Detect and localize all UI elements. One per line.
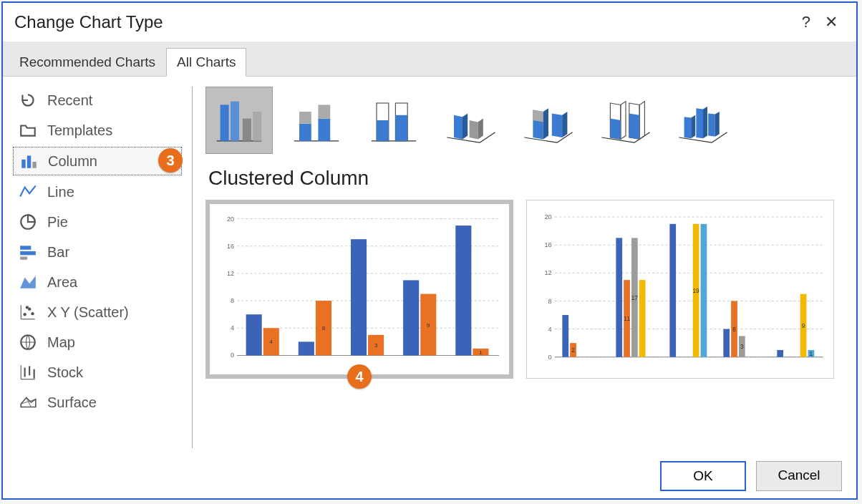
stock-icon: [19, 363, 37, 382]
svg-rect-6: [20, 257, 27, 260]
svg-text:16: 16: [227, 243, 234, 250]
callout-badge: 4: [347, 364, 372, 389]
map-icon: [19, 333, 37, 352]
sidebar-item-label: Area: [47, 274, 77, 291]
area-icon: [19, 273, 37, 291]
svg-text:11: 11: [624, 316, 631, 322]
svg-rect-2: [32, 162, 36, 168]
svg-text:12: 12: [544, 269, 551, 276]
help-button[interactable]: ?: [795, 10, 818, 34]
svg-rect-67: [455, 226, 471, 355]
svg-text:20: 20: [544, 213, 551, 220]
svg-text:8: 8: [548, 298, 552, 305]
subtype-100-stacked-column[interactable]: [360, 87, 427, 154]
tabbar: Recommended Charts All Charts: [3, 42, 856, 77]
sidebar-item-label: Surface: [47, 394, 97, 411]
cancel-button[interactable]: Cancel: [756, 461, 842, 491]
svg-rect-91: [639, 280, 646, 357]
sidebar-item-bar[interactable]: Bar: [13, 238, 182, 266]
svg-rect-25: [299, 124, 311, 141]
svg-text:4: 4: [270, 339, 273, 345]
svg-point-9: [24, 313, 26, 316]
svg-rect-58: [299, 341, 314, 355]
chart-preview-1[interactable]: 04812162048391 4: [205, 200, 513, 379]
svg-rect-83: [562, 315, 568, 357]
svg-rect-4: [20, 246, 31, 249]
svg-rect-64: [403, 280, 419, 355]
svg-rect-28: [318, 105, 330, 118]
svg-text:8: 8: [322, 325, 326, 331]
sidebar-item-recent[interactable]: Recent: [13, 87, 182, 114]
svg-text:4: 4: [548, 326, 552, 333]
svg-line-40: [679, 137, 712, 142]
callout-badge: 3: [158, 148, 183, 173]
svg-text:0: 0: [548, 354, 552, 361]
svg-rect-0: [21, 160, 25, 168]
svg-text:8: 8: [231, 297, 234, 304]
chart-preview-2[interactable]: 04812162021117198391: [526, 200, 834, 379]
sidebar-item-label: Templates: [47, 122, 112, 139]
subtype-stacked-column[interactable]: [283, 87, 350, 154]
sidebar-item-label: Map: [47, 334, 75, 351]
folder-icon: [19, 121, 37, 140]
sidebar-item-surface[interactable]: Surface: [13, 389, 182, 416]
subtype-3d-stacked-column[interactable]: [515, 87, 582, 154]
sidebar-item-label: Line: [47, 184, 74, 200]
svg-rect-33: [395, 115, 407, 141]
sidebar-item-line[interactable]: Line: [13, 178, 182, 205]
svg-text:9: 9: [802, 323, 805, 329]
svg-rect-101: [777, 350, 783, 357]
svg-rect-21: [231, 102, 239, 141]
svg-rect-86: [616, 238, 622, 357]
svg-text:3: 3: [374, 342, 378, 349]
sidebar-item-stock[interactable]: Stock: [13, 359, 182, 386]
svg-rect-22: [243, 119, 251, 141]
sidebar-item-pie[interactable]: Pie: [13, 208, 182, 236]
svg-rect-31: [377, 120, 389, 141]
titlebar: Change Chart Type ? ✕: [3, 3, 856, 42]
column-icon: [19, 152, 38, 170]
sidebar-item-map[interactable]: Map: [13, 329, 182, 356]
svg-rect-61: [351, 239, 367, 355]
svg-text:2: 2: [571, 347, 575, 354]
svg-rect-20: [221, 105, 229, 140]
subtype-3d-clustered-column[interactable]: [437, 87, 505, 154]
svg-text:20: 20: [227, 215, 234, 223]
svg-text:0: 0: [231, 352, 234, 359]
sidebar-item-label: X Y (Scatter): [47, 304, 129, 321]
tab-all-charts[interactable]: All Charts: [166, 48, 246, 77]
svg-text:8: 8: [732, 326, 736, 333]
content: Recent Templates Column 3: [3, 77, 856, 454]
sidebar-item-scatter[interactable]: X Y (Scatter): [13, 299, 182, 326]
close-button[interactable]: ✕: [818, 10, 845, 34]
svg-text:12: 12: [227, 270, 234, 277]
ok-button[interactable]: OK: [660, 461, 746, 491]
svg-rect-27: [318, 119, 330, 141]
svg-rect-1: [27, 155, 31, 168]
dialog-title: Change Chart Type: [14, 12, 163, 32]
svg-text:1: 1: [479, 349, 483, 356]
scatter-icon: [19, 303, 37, 321]
buttonbar: OK Cancel: [3, 454, 856, 498]
sidebar-item-column[interactable]: Column 3: [13, 147, 182, 175]
sidebar-item-label: Bar: [47, 244, 69, 261]
svg-rect-55: [246, 314, 262, 355]
chart-subtype-title: Clustered Column: [208, 167, 846, 190]
subtype-row: [205, 87, 846, 154]
sidebar-item-label: Pie: [47, 214, 68, 231]
svg-text:16: 16: [544, 241, 551, 248]
preview-row: 04812162048391 4 04812162021117198391: [205, 200, 846, 379]
sidebar-item-label: Column: [48, 153, 97, 170]
svg-text:17: 17: [631, 295, 639, 301]
svg-rect-96: [723, 329, 730, 357]
sidebar: Recent Templates Column 3: [13, 87, 192, 448]
tab-recommended-charts[interactable]: Recommended Charts: [9, 48, 166, 77]
svg-rect-5: [20, 251, 36, 255]
sidebar-item-templates[interactable]: Templates: [13, 117, 182, 144]
subtype-3d-column[interactable]: [669, 87, 737, 154]
subtype-clustered-column[interactable]: [205, 87, 273, 154]
sidebar-item-area[interactable]: Area: [13, 268, 182, 296]
change-chart-type-dialog: Change Chart Type ? ✕ Recommended Charts…: [1, 1, 858, 500]
sidebar-divider: [192, 87, 193, 448]
subtype-3d-100-stacked-column[interactable]: [592, 87, 659, 154]
